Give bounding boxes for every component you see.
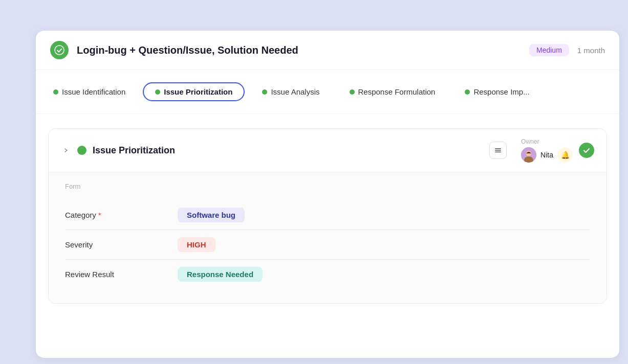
- step-response-implementation[interactable]: Response Imp...: [452, 82, 542, 101]
- step-label-3: Issue Analysis: [271, 87, 319, 96]
- owner-label: Owner: [521, 138, 539, 145]
- step-issue-prioritization[interactable]: Issue Prioritization: [143, 82, 245, 101]
- svg-rect-1: [495, 148, 501, 149]
- form-content: Form Category * Software bug Severity HI…: [49, 172, 607, 303]
- required-indicator: *: [98, 211, 101, 219]
- owner-row: Nita 🔔: [521, 147, 573, 163]
- header-check-icon: [50, 41, 69, 59]
- main-card: Login-bug + Question/Issue, Solution Nee…: [36, 31, 619, 358]
- form-row-category: Category * Software bug: [65, 200, 590, 230]
- step-dot-3: [262, 89, 267, 95]
- owner-group: Owner Nita 🔔: [521, 138, 573, 163]
- time-label: 1 month: [577, 46, 605, 55]
- svg-point-0: [55, 46, 64, 55]
- step-dot-2: [155, 89, 160, 95]
- expand-button[interactable]: [61, 145, 71, 155]
- review-result-value[interactable]: Response Needed: [178, 267, 263, 282]
- priority-badge: Medium: [529, 44, 569, 56]
- step-issue-analysis[interactable]: Issue Analysis: [250, 82, 332, 101]
- owner-name: Nita: [540, 151, 553, 159]
- step-dot-4: [350, 89, 355, 95]
- form-row-review-result: Review Result Response Needed: [65, 260, 590, 289]
- step-label-1: Issue Identification: [62, 87, 125, 96]
- owner-avatar: [521, 147, 536, 163]
- form-label: Form: [65, 183, 590, 190]
- step-dot-5: [465, 89, 470, 95]
- step-label-5: Response Imp...: [473, 87, 529, 96]
- header: Login-bug + Question/Issue, Solution Nee…: [36, 31, 619, 70]
- svg-rect-2: [495, 150, 501, 151]
- notification-bell-button[interactable]: 🔔: [557, 147, 573, 163]
- form-row-severity: Severity HIGH: [65, 230, 590, 259]
- section-title: Issue Prioritization: [93, 145, 483, 156]
- svg-rect-3: [495, 152, 501, 153]
- section-status-dot: [77, 146, 86, 155]
- section-complete-icon: [579, 143, 594, 158]
- steps-nav: Issue Identification Issue Prioritizatio…: [36, 70, 619, 114]
- step-label-2: Issue Prioritization: [164, 87, 232, 96]
- severity-label: Severity: [65, 240, 178, 249]
- severity-value[interactable]: HIGH: [178, 237, 215, 252]
- step-dot-1: [53, 89, 58, 95]
- step-response-formulation[interactable]: Response Formulation: [337, 82, 448, 101]
- review-result-label: Review Result: [65, 270, 178, 279]
- section-header: Issue Prioritization Owner: [49, 129, 607, 172]
- category-label: Category *: [65, 211, 178, 219]
- category-value[interactable]: Software bug: [178, 208, 245, 222]
- issue-prioritization-card: Issue Prioritization Owner: [48, 128, 607, 304]
- step-label-4: Response Formulation: [358, 87, 436, 96]
- page-title: Login-bug + Question/Issue, Solution Nee…: [77, 44, 521, 56]
- list-icon-button[interactable]: [489, 142, 507, 159]
- step-issue-identification[interactable]: Issue Identification: [41, 82, 138, 101]
